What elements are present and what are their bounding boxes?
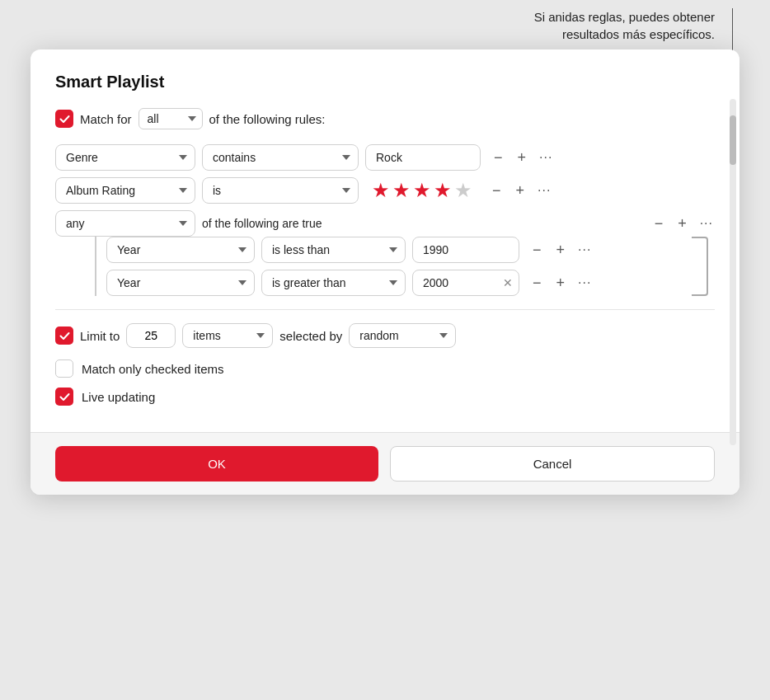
any-field-select[interactable]: any all (55, 210, 195, 237)
album-rating-add-btn[interactable]: + (513, 181, 528, 200)
rule-row-genre: Genre Album Rating Year Artist contains … (55, 144, 715, 171)
year1-more-btn[interactable]: ··· (576, 242, 593, 258)
dialog-content: Smart Playlist Match for all any of the … (31, 49, 739, 432)
scrollbar-thumb[interactable] (730, 115, 736, 165)
dialog-title: Smart Playlist (55, 73, 715, 92)
star-4[interactable]: ★ (434, 179, 452, 202)
selected-by-label: selected by (279, 329, 342, 343)
any-rule-actions: − + ··· (651, 214, 715, 233)
limit-checkmark-icon (59, 331, 70, 341)
dialog-footer: OK Cancel (31, 432, 739, 495)
nested-rule-section: any all of the following are true − + ··… (55, 210, 715, 296)
any-remove-btn[interactable]: − (651, 214, 667, 233)
star-3[interactable]: ★ (413, 179, 431, 202)
live-updating-label: Live updating (82, 390, 155, 404)
limit-unit-select[interactable]: items minutes hours MB GB (182, 323, 273, 348)
order-select[interactable]: random name album artist genre year rati… (349, 323, 456, 348)
any-more-btn[interactable]: ··· (698, 215, 715, 232)
year2-add-btn[interactable]: + (553, 274, 569, 292)
stars-container[interactable]: ★ ★ ★ ★ ★ (365, 179, 479, 202)
year2-more-btn[interactable]: ··· (576, 275, 593, 291)
year2-field-select[interactable]: Year Genre Album Rating (106, 270, 255, 296)
star-2[interactable]: ★ (392, 179, 411, 202)
match-label-pre: Match for (80, 112, 132, 126)
genre-value-input[interactable] (365, 144, 481, 171)
cancel-button[interactable]: Cancel (390, 446, 715, 482)
match-all-select[interactable]: all any (139, 108, 203, 129)
checkmark-icon (59, 114, 70, 124)
match-checked-label: Match only checked items (82, 362, 224, 376)
divider (55, 309, 715, 310)
album-rating-field-select[interactable]: Album Rating Genre Year Artist (55, 177, 195, 204)
live-checkmark-icon (59, 392, 70, 402)
tooltip: Si anidas reglas, puedes obtener resulta… (31, 8, 739, 49)
scrollbar-track[interactable] (730, 99, 736, 445)
album-rating-rule-actions: − + ··· (489, 181, 552, 200)
album-rating-more-btn[interactable]: ··· (536, 182, 552, 199)
any-add-btn[interactable]: + (674, 214, 690, 233)
year2-value-container: ✕ (412, 270, 519, 296)
any-row: any all of the following are true − + ··… (55, 210, 715, 237)
any-label: of the following are true (202, 217, 322, 230)
rule-row-album-rating: Album Rating Genre Year Artist is is not… (55, 177, 715, 204)
live-updating-checkbox[interactable] (55, 388, 73, 406)
nested-rule-year-greater: Year Genre Album Rating is greater than … (106, 270, 690, 296)
match-checked-checkbox[interactable] (55, 359, 73, 378)
nested-bracket (692, 237, 708, 296)
genre-op-select[interactable]: contains does not contain is is not (202, 144, 359, 171)
genre-remove-btn[interactable]: − (491, 148, 506, 167)
year1-op-select[interactable]: is less than is greater than is is not (261, 237, 406, 263)
genre-add-btn[interactable]: + (514, 148, 530, 167)
genre-rule-actions: − + ··· (491, 148, 554, 167)
album-rating-op-select[interactable]: is is not is greater than is less than (202, 177, 359, 204)
star-1[interactable]: ★ (372, 179, 390, 202)
limit-checkbox[interactable] (55, 327, 73, 345)
year1-add-btn[interactable]: + (553, 241, 569, 259)
genre-more-btn[interactable]: ··· (538, 149, 554, 166)
match-label-post: of the following rules: (209, 112, 326, 126)
year1-field-select[interactable]: Year Genre Album Rating (106, 237, 255, 263)
year1-value-input[interactable] (412, 237, 519, 263)
ok-button[interactable]: OK (55, 446, 378, 482)
year1-rule-actions: − + ··· (529, 241, 593, 259)
nested-rule-year-less: Year Genre Album Rating is less than is … (106, 237, 690, 263)
match-row: Match for all any of the following rules… (55, 108, 715, 129)
album-rating-remove-btn[interactable]: − (489, 181, 505, 200)
limit-label: Limit to (80, 329, 120, 343)
match-checked-row: Match only checked items (55, 359, 715, 378)
year2-op-select[interactable]: is greater than is less than is is not (261, 270, 406, 296)
rules-container: Genre Album Rating Year Artist contains … (55, 144, 715, 296)
limit-row: Limit to items minutes hours MB GB selec… (55, 323, 715, 348)
year1-remove-btn[interactable]: − (529, 241, 545, 259)
star-5[interactable]: ★ (454, 179, 472, 202)
match-checkbox[interactable] (55, 110, 73, 128)
nested-rules: Year Genre Album Rating is less than is … (95, 237, 690, 296)
live-updating-row: Live updating (55, 388, 715, 406)
year2-clear-btn[interactable]: ✕ (503, 277, 513, 289)
nested-rules-wrapper: Year Genre Album Rating is less than is … (55, 237, 690, 296)
smart-playlist-dialog: Smart Playlist Match for all any of the … (31, 49, 739, 495)
year2-remove-btn[interactable]: − (529, 274, 545, 292)
limit-amount-input[interactable] (126, 323, 176, 348)
genre-field-select[interactable]: Genre Album Rating Year Artist (55, 144, 195, 171)
year2-rule-actions: − + ··· (529, 274, 593, 292)
